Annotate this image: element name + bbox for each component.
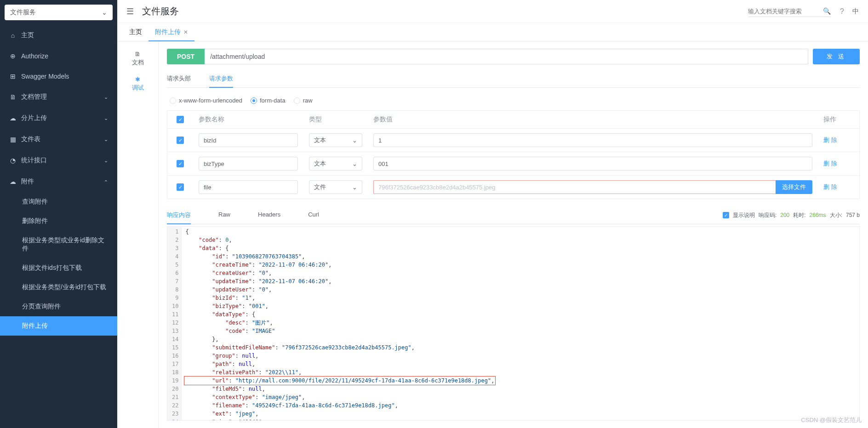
- row-checkbox[interactable]: ✓: [177, 183, 184, 191]
- body-type-form-data[interactable]: form-data: [251, 97, 286, 104]
- body-type-raw[interactable]: raw: [294, 97, 313, 104]
- resp-tab-响应内容[interactable]: 响应内容: [167, 206, 191, 224]
- params-table: ✓ 参数名称 类型 参数值 操作 ✓ 文本⌄ 删 除 ✓ 文本⌄ 删 除 ✓ 文…: [167, 110, 860, 199]
- param-name-input[interactable]: [199, 157, 298, 171]
- resp-tab-Headers[interactable]: Headers: [258, 206, 280, 224]
- delete-button[interactable]: 删 除: [823, 160, 837, 168]
- search-input[interactable]: [748, 8, 820, 15]
- delete-button[interactable]: 删 除: [823, 183, 837, 191]
- http-method-badge: POST: [167, 49, 205, 64]
- param-type-select[interactable]: 文本⌄: [309, 157, 362, 171]
- size-label: 大小:: [830, 211, 842, 219]
- tabs-bar: 主页附件上传✕: [117, 23, 868, 41]
- chevron-icon: ⌄: [104, 137, 108, 143]
- delete-button[interactable]: 删 除: [823, 136, 837, 144]
- radio-label: x-www-form-urlencoded: [179, 97, 242, 104]
- response-time: 266ms: [810, 212, 826, 218]
- time-label: 耗时:: [793, 211, 805, 219]
- radio-icon: [170, 97, 176, 104]
- sidebar-subitem-根据业务类型或业务id删除文件[interactable]: 根据业务类型或业务id删除文件: [0, 231, 117, 258]
- left-panel: 🗎 文档✱ 调试: [117, 41, 159, 428]
- check-all[interactable]: ✓: [177, 116, 184, 123]
- row-checkbox[interactable]: ✓: [177, 160, 184, 167]
- col-value: 参数值: [368, 111, 818, 128]
- param-value-input[interactable]: [373, 157, 812, 171]
- sidebar-subitem-根据文件ids打包下载[interactable]: 根据文件ids打包下载: [0, 258, 117, 278]
- chevron-down-icon: ⌄: [352, 160, 357, 167]
- table-row: ✓ 文本⌄ 删 除: [167, 129, 859, 152]
- language-toggle[interactable]: 中: [852, 7, 859, 16]
- tab-附件上传[interactable]: 附件上传✕: [148, 23, 194, 41]
- param-type-select[interactable]: 文件⌄: [309, 180, 362, 194]
- body-type-x-www-form-urlencoded[interactable]: x-www-form-urlencoded: [170, 97, 242, 104]
- sidebar-subitem-根据业务类型/业务id打包下载[interactable]: 根据业务类型/业务id打包下载: [0, 278, 117, 297]
- sidebar-item-分片上传[interactable]: ☁分片上传⌄: [0, 108, 117, 129]
- param-value-input[interactable]: [373, 133, 812, 147]
- param-type-select[interactable]: 文本⌄: [309, 133, 362, 147]
- table-header-row: ✓ 参数名称 类型 参数值 操作: [167, 111, 859, 129]
- sidebar-item-Authorize[interactable]: ⊕Authorize: [0, 46, 117, 66]
- sidebar-item-文件表[interactable]: ▦文件表⌄: [0, 129, 117, 150]
- show-desc-checkbox[interactable]: ✓: [723, 212, 729, 218]
- service-selector[interactable]: 文件服务 ⌄: [5, 5, 113, 20]
- content: 🗎 文档✱ 调试 POST /attachment/upload 发 送 请求头…: [117, 41, 868, 428]
- left-panel-调试[interactable]: ✱ 调试: [117, 71, 158, 97]
- close-icon[interactable]: ✕: [183, 29, 188, 35]
- col-type: 类型: [303, 111, 368, 128]
- radio-label: raw: [303, 97, 313, 104]
- sidebar-subitem-分页查询附件[interactable]: 分页查询附件: [0, 297, 117, 316]
- param-name-input[interactable]: [199, 180, 298, 194]
- search-box: 🔍: [748, 6, 831, 17]
- watermark: CSDN @假装文艺范儿: [801, 416, 862, 424]
- sidebar-item-label: 文档管理: [21, 93, 47, 101]
- radio-label: form-data: [260, 97, 286, 104]
- response-body: 1234567891011121314151617181920212223242…: [167, 226, 860, 421]
- sidebar-item-统计接口[interactable]: ◔统计接口⌄: [0, 150, 117, 171]
- col-name: 参数名称: [193, 111, 303, 128]
- tab-label: 主页: [129, 28, 142, 36]
- row-checkbox[interactable]: ✓: [177, 137, 184, 144]
- resp-tab-Raw[interactable]: Raw: [218, 206, 230, 224]
- chevron-down-icon: ⌄: [102, 9, 107, 16]
- sidebar-item-主页[interactable]: ⌂主页: [0, 25, 117, 46]
- code-label: 响应码:: [759, 211, 777, 219]
- help-icon[interactable]: ?: [840, 7, 844, 16]
- sub-tab-请求头部[interactable]: 请求头部: [167, 70, 191, 87]
- home-icon: ⌂: [9, 32, 17, 39]
- radio-icon: [294, 97, 300, 104]
- show-desc-label: 显示说明: [733, 211, 755, 219]
- api-url: /attachment/upload: [205, 49, 808, 64]
- search-icon[interactable]: 🔍: [823, 7, 831, 15]
- chevron-down-icon: ⌄: [352, 184, 357, 191]
- chevron-icon: ⌄: [104, 179, 108, 185]
- doc-icon: 🗎: [9, 93, 17, 101]
- resp-tab-Curl[interactable]: Curl: [308, 206, 319, 224]
- sidebar-item-文档管理[interactable]: 🗎文档管理⌄: [0, 86, 117, 108]
- sidebar-item-附件[interactable]: ☁附件⌄: [0, 171, 117, 192]
- sub-tab-请求参数[interactable]: 请求参数: [209, 70, 233, 87]
- collapse-icon[interactable]: ☰: [126, 6, 134, 17]
- table-row: ✓ 文本⌄ 删 除: [167, 152, 859, 176]
- table-row: ✓ 文件⌄ 796f372526cae9233cb8e2d4a2b45575.j…: [167, 176, 859, 199]
- sidebar-subitem-查询附件[interactable]: 查询附件: [0, 192, 117, 211]
- response-tabs-row: 响应内容RawHeadersCurl ✓ 显示说明 响应码: 200 耗时: 2…: [167, 206, 860, 224]
- doc-icon: 🗎: [135, 51, 141, 57]
- top-header: ☰ 文件服务 🔍 ? 中: [117, 0, 868, 23]
- sidebar-subitem-附件上传[interactable]: 附件上传: [0, 316, 117, 336]
- sidebar-subitem-删除附件[interactable]: 删除附件: [0, 211, 117, 231]
- param-name-input[interactable]: [199, 133, 298, 147]
- sidebar-item-label: 分片上传: [21, 114, 47, 122]
- stats-icon: ◔: [9, 157, 17, 164]
- choose-file-button[interactable]: 选择文件: [776, 180, 812, 194]
- tab-主页[interactable]: 主页: [123, 23, 148, 41]
- table-icon: ▦: [9, 136, 17, 143]
- chevron-icon: ⌄: [104, 115, 108, 121]
- body-type-radios: x-www-form-urlencodedform-dataraw: [167, 94, 860, 110]
- left-panel-文档[interactable]: 🗎 文档: [117, 46, 158, 71]
- sidebar-item-label: 主页: [21, 31, 34, 40]
- send-button[interactable]: 发 送: [813, 49, 860, 64]
- sidebar-item-label: 文件表: [21, 135, 40, 143]
- page-title: 文件服务: [142, 5, 748, 17]
- api-row: POST /attachment/upload 发 送: [167, 49, 860, 64]
- sidebar-item-Swagger Models[interactable]: ⊞Swagger Models: [0, 66, 117, 86]
